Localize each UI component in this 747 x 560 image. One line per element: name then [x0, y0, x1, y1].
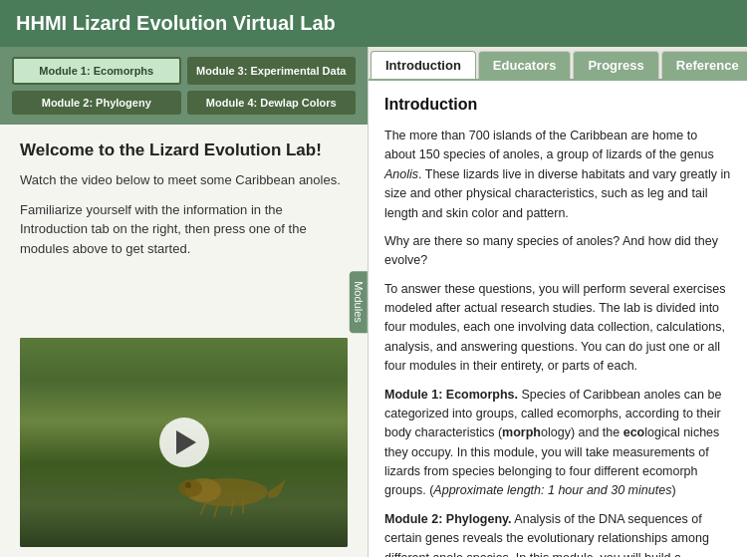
module2-button[interactable]: Module 2: Phylogeny	[12, 91, 181, 115]
morph-bold: morph	[502, 425, 541, 439]
eco-bold: eco	[623, 425, 645, 439]
tab-bar: Introduction Educators Progress Referenc…	[369, 47, 747, 81]
module-navigation: Module 1: Ecomorphs Module 3: Experiment…	[0, 47, 368, 125]
module2-label: Module 2: Phylogeny.	[384, 512, 512, 526]
module1-label: Module 1: Ecomorphs.	[384, 388, 518, 402]
video-background	[20, 338, 348, 547]
svg-point-2	[178, 479, 202, 497]
tab-introduction[interactable]: Introduction	[371, 51, 476, 79]
video-player[interactable]	[20, 338, 348, 547]
intro-module2: Module 2: Phylogeny. Analysis of the DNA…	[384, 510, 731, 557]
play-button[interactable]	[159, 418, 209, 467]
lizard-silhouette	[148, 457, 288, 517]
left-panel: Module 1: Ecomorphs Module 3: Experiment…	[0, 47, 369, 557]
app-title: HHMI Lizard Evolution Virtual Lab	[16, 12, 336, 34]
module4-button[interactable]: Module 4: Dewlap Colors	[187, 91, 357, 115]
right-content-area: Introduction The more than 700 islands o…	[369, 81, 747, 557]
modules-sidebar-tab[interactable]: Modules	[350, 271, 368, 333]
app-header: HHMI Lizard Evolution Virtual Lab	[0, 0, 747, 47]
intro-heading: Introduction	[384, 93, 731, 117]
left-content-area: Welcome to the Lizard Evolution Lab! Wat…	[0, 125, 368, 328]
intro-module1: Module 1: Ecomorphs. Species of Caribbea…	[384, 386, 731, 501]
intro-para3: To answer these questions, you will perf…	[384, 280, 731, 377]
module1-button[interactable]: Module 1: Ecomorphs	[12, 57, 181, 85]
welcome-para1: Watch the video below to meet some Carib…	[20, 170, 348, 190]
intro-para2: Why are there so many species of anoles?…	[384, 232, 731, 271]
tab-educators[interactable]: Educators	[478, 51, 572, 79]
intro-para1: The more than 700 islands of the Caribbe…	[384, 127, 731, 223]
tab-progress[interactable]: Progress	[573, 51, 658, 79]
tab-reference[interactable]: Reference	[661, 51, 747, 79]
svg-point-3	[185, 482, 191, 488]
welcome-heading: Welcome to the Lizard Evolution Lab!	[20, 140, 348, 160]
right-panel: Introduction Educators Progress Referenc…	[369, 47, 747, 557]
main-layout: Module 1: Ecomorphs Module 3: Experiment…	[0, 47, 747, 557]
welcome-para2: Familiarize yourself with the informatio…	[20, 200, 348, 259]
module3-button[interactable]: Module 3: Experimental Data	[187, 57, 357, 85]
